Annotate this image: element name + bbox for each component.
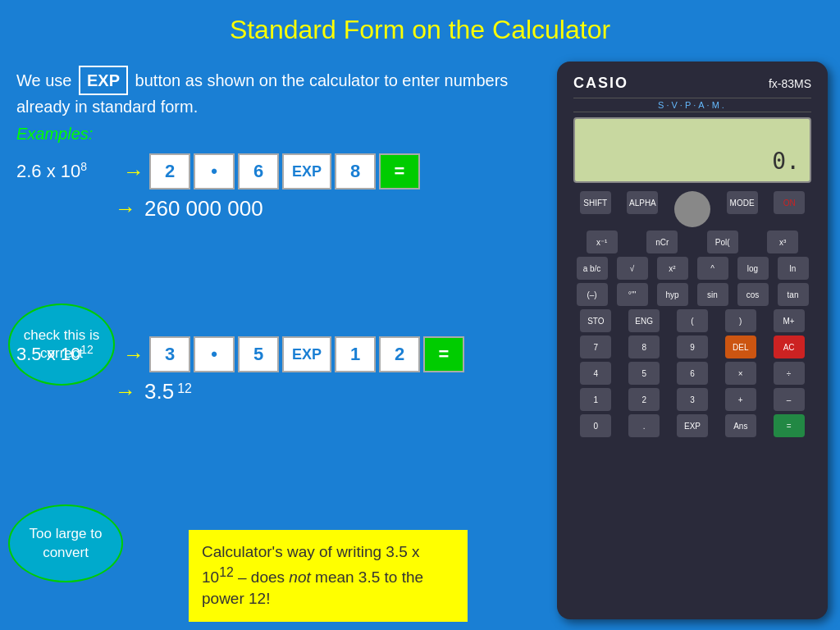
calc-row-2: x⁻¹ nCr Pol( x³	[572, 231, 813, 253]
calculator-panel: CASIO fx-83MS S·V·P·A·M. 0. SHIFT ALPHA …	[545, 57, 840, 630]
calc-btn-on[interactable]: ON	[774, 191, 805, 214]
calc-btn-4[interactable]: 4	[580, 362, 611, 385]
calc-btn-sqrt[interactable]: √	[617, 257, 648, 280]
calc-btn-div[interactable]: ÷	[774, 362, 805, 385]
calc-btn-shift[interactable]: SHIFT	[580, 191, 611, 214]
calc-row-9: 0 . EXP Ans =	[572, 414, 813, 437]
example1-row: 2.6 x 108 → 2 • 6 EXP 8 =	[16, 153, 528, 189]
example2-math-label: 3.5 x 1012	[16, 343, 123, 365]
calc-btn-0[interactable]: 0	[580, 414, 611, 437]
result2-arrow: →	[115, 379, 136, 404]
page-title: Standard Form on the Calculator	[0, 0, 840, 53]
key-6: 6	[238, 153, 279, 189]
calc-header: CASIO fx-83MS	[567, 71, 818, 95]
calc-row-3: a b/c √ x² ^ log ln	[572, 257, 813, 280]
exp-button-label: EXP	[79, 66, 128, 95]
calc-btn-ln[interactable]: ln	[778, 257, 809, 280]
result2-num: 3.5	[144, 379, 174, 404]
calc-btn-2b[interactable]: 2	[628, 388, 660, 411]
calc-btn-abc[interactable]: a b/c	[577, 257, 608, 280]
calc-screen: 0.	[573, 117, 811, 183]
result2-sup: 12	[177, 381, 192, 396]
calc-btn-hyp[interactable]: hyp	[657, 283, 688, 306]
calc-btn-hat[interactable]: ^	[697, 257, 728, 280]
key-8: 8	[335, 153, 376, 189]
key-5: 5	[238, 336, 279, 372]
calc-btn-xcubed[interactable]: x³	[767, 231, 798, 253]
key-3: 3	[149, 336, 190, 372]
key-exp1: EXP	[282, 153, 331, 189]
calc-btn-xsq[interactable]: x²	[657, 257, 688, 280]
key-exp2: EXP	[282, 336, 331, 372]
examples-label: Examples:	[16, 125, 528, 144]
calc-btn-ans[interactable]: Ans	[725, 414, 756, 437]
example1-math-label: 2.6 x 108	[16, 160, 123, 182]
key-dot2: •	[194, 336, 235, 372]
calc-buttons: SHIFT ALPHA MODE ON x⁻¹ nCr Pol( x³ a b/…	[567, 188, 818, 444]
calc-btn-7[interactable]: 7	[580, 336, 611, 358]
key-dot1: •	[194, 153, 235, 189]
calc-row-7: 4 5 6 × ÷	[572, 362, 813, 385]
calc-row-6: 7 8 9 DEL AC	[572, 336, 813, 358]
intro-text: We use EXP button as shown on the calcul…	[16, 66, 528, 118]
calc-btn-sto[interactable]: STO	[580, 309, 611, 332]
example2-arrow: →	[123, 342, 144, 368]
calc-svpam: S·V·P·A·M.	[573, 98, 811, 112]
result2-row: → 3.5 12	[115, 379, 528, 404]
example2-row: 3.5 x 1012 → 3 • 5 EXP 1 2 =	[16, 336, 528, 372]
key-equals1: =	[379, 153, 420, 189]
calc-btn-xinv[interactable]: x⁻¹	[587, 231, 618, 253]
calc-btn-dot[interactable]: .	[628, 414, 660, 437]
result1-arrow: →	[115, 196, 136, 221]
calc-btn-log[interactable]: log	[737, 257, 769, 280]
calc-btn-close[interactable]: )	[725, 309, 756, 332]
calc-btn-tan[interactable]: tan	[778, 283, 809, 306]
calc-btn-neg[interactable]: (–)	[577, 283, 608, 306]
result1-row: → 260 000 000	[115, 196, 528, 221]
calc-model: fx-83MS	[769, 77, 811, 90]
calc-brand: CASIO	[573, 75, 628, 92]
calculator-image: CASIO fx-83MS S·V·P·A·M. 0. SHIFT ALPHA …	[557, 62, 828, 619]
calc-btn-exp-final[interactable]: EXP	[677, 414, 708, 437]
calc-btn-minus[interactable]: –	[774, 388, 805, 411]
calc-row-1: SHIFT ALPHA MODE ON	[572, 191, 813, 227]
key-equals2: =	[423, 336, 464, 372]
too-large-bubble: Too large to convert	[8, 504, 123, 582]
calc-btn-equals[interactable]: =	[774, 414, 805, 437]
calc-btn-nav[interactable]	[674, 191, 710, 227]
calc-btn-9[interactable]: 9	[677, 336, 708, 358]
calc-btn-ac[interactable]: AC	[774, 336, 805, 358]
calc-btn-6[interactable]: 6	[677, 362, 708, 385]
example2-keys: 3 • 5 EXP 1 2 =	[149, 336, 464, 372]
example1-arrow: →	[123, 159, 144, 185]
calc-btn-del[interactable]: DEL	[725, 336, 756, 358]
result1-value: 260 000 000	[144, 196, 263, 221]
calc-btn-dots[interactable]: °'"	[617, 283, 648, 306]
calc-btn-mult[interactable]: ×	[725, 362, 756, 385]
calc-btn-mode[interactable]: MODE	[727, 191, 758, 214]
calc-btn-pol[interactable]: Pol(	[707, 231, 738, 253]
calc-btn-sin[interactable]: sin	[697, 283, 728, 306]
calc-btn-5[interactable]: 5	[628, 362, 660, 385]
calc-row-5: STO ENG ( ) M+	[572, 309, 813, 332]
calc-btn-ncr[interactable]: nCr	[646, 231, 678, 253]
calc-btn-eng[interactable]: ENG	[628, 309, 660, 332]
calc-row-8: 1 2 3 + –	[572, 388, 813, 411]
yellow-note: Calculator's way of writing 3.5 x 1012 –…	[189, 530, 468, 622]
calc-btn-8[interactable]: 8	[628, 336, 660, 358]
intro-prefix: We use	[16, 71, 71, 89]
key-1: 1	[335, 336, 376, 372]
calc-btn-3b[interactable]: 3	[677, 388, 708, 411]
calc-btn-open[interactable]: (	[677, 309, 708, 332]
calc-btn-plus[interactable]: +	[725, 388, 756, 411]
example1-keys: 2 • 6 EXP 8 =	[149, 153, 420, 189]
calc-btn-cos[interactable]: cos	[737, 283, 769, 306]
key-2b: 2	[379, 336, 420, 372]
calc-row-4: (–) °'" hyp sin cos tan	[572, 283, 813, 306]
calc-btn-1b[interactable]: 1	[580, 388, 611, 411]
calc-btn-mplus[interactable]: M+	[774, 309, 805, 332]
calc-screen-value: 0.	[772, 148, 800, 175]
calc-btn-alpha[interactable]: ALPHA	[627, 191, 658, 214]
key-2: 2	[149, 153, 190, 189]
